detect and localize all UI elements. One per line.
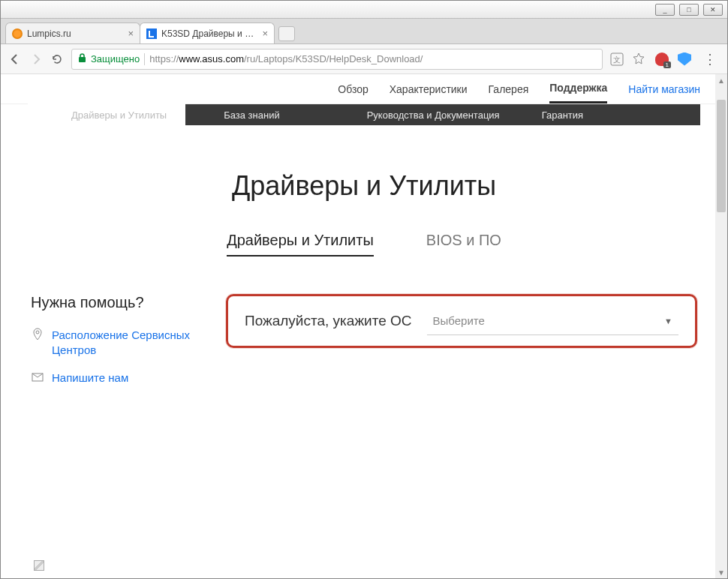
nav-gallery[interactable]: Галерея (489, 76, 529, 103)
ghostery-icon[interactable] (655, 52, 669, 66)
scroll-up-arrow-icon[interactable]: ▲ (715, 74, 727, 86)
subnav-drivers[interactable]: Драйверы и Утилиты (58, 110, 180, 121)
page-scrollbar[interactable]: ▲ ▼ (715, 74, 727, 578)
back-button[interactable] (8, 52, 22, 66)
extension-icons: 文 ⋮ (610, 51, 720, 68)
help-title: Нужна помощь? (31, 294, 211, 311)
url-field[interactable]: Защищено https://www.asus.com/ru/Laptops… (71, 49, 603, 70)
shield-icon[interactable] (678, 52, 691, 66)
translate-icon[interactable]: 文 (610, 52, 624, 66)
tab-close-icon[interactable]: × (262, 28, 268, 39)
help-link-label: Расположение Сервисных Центров (52, 328, 211, 357)
divider (144, 53, 145, 65)
tab-close-icon[interactable]: × (128, 28, 134, 39)
pin-icon (31, 328, 44, 341)
section-tabs: Драйверы и Утилиты BIOS и ПО (1, 232, 727, 256)
tab-title: Lumpics.ru (27, 28, 125, 39)
favicon-asus-icon (146, 28, 157, 39)
help-sidebar: Нужна помощь? Расположение Сервисных Цен… (31, 294, 211, 399)
browser-tab-lumpics[interactable]: Lumpics.ru × (5, 22, 140, 44)
help-link-service-centers[interactable]: Расположение Сервисных Центров (31, 328, 211, 357)
nav-support[interactable]: Поддержка (549, 74, 607, 104)
chevron-down-icon: ▼ (664, 316, 672, 326)
nav-specs[interactable]: Характеристики (390, 76, 468, 103)
window-titlebar: _ □ ✕ (1, 1, 727, 19)
os-prompt-label: Пожалуйста, укажите ОС (245, 313, 412, 329)
help-link-label: Напишите нам (52, 370, 128, 386)
bookmark-star-icon[interactable] (633, 52, 646, 66)
browser-tabstrip: Lumpics.ru × K53SD Драйверы и Утил × (1, 19, 727, 44)
svg-point-3 (36, 331, 39, 334)
tab-title: K53SD Драйверы и Утил (161, 28, 259, 39)
browser-addressbar: Защищено https://www.asus.com/ru/Laptops… (1, 44, 727, 74)
nav-overview[interactable]: Обзор (338, 76, 368, 103)
scroll-down-arrow-icon[interactable]: ▼ (715, 566, 727, 578)
page-content: Обзор Характеристики Галерея Поддержка Н… (1, 74, 727, 578)
site-top-nav: Обзор Характеристики Галерея Поддержка Н… (1, 74, 727, 104)
content-row: Нужна помощь? Расположение Сервисных Цен… (1, 294, 727, 399)
browser-menu-button[interactable]: ⋮ (700, 51, 720, 68)
forward-button[interactable] (29, 52, 43, 66)
tab-drivers-utilities[interactable]: Драйверы и Утилиты (227, 232, 374, 256)
subnav-warranty[interactable]: Гарантия (528, 110, 597, 121)
favicon-lumpics-icon (12, 28, 23, 39)
new-tab-button[interactable] (278, 26, 295, 41)
url-text: https://www.asus.com/ru/Laptops/K53SD/He… (149, 53, 423, 64)
secure-label: Защищено (91, 53, 140, 64)
os-select-dropdown[interactable]: Выберите ▼ (427, 307, 678, 335)
os-selector-box: Пожалуйста, укажите ОС Выберите ▼ (226, 294, 697, 348)
window-minimize-button[interactable]: _ (655, 4, 675, 16)
reload-button[interactable] (50, 52, 64, 66)
subnav-manuals[interactable]: Руководства и Документация (353, 110, 513, 121)
lock-icon (78, 53, 86, 65)
help-link-contact[interactable]: Напишите нам (31, 370, 211, 386)
browser-window: _ □ ✕ Lumpics.ru × K53SD Драйверы и Утил… (0, 0, 728, 579)
nav-find-store[interactable]: Найти магазин (628, 76, 700, 103)
window-close-button[interactable]: ✕ (703, 4, 723, 16)
os-select-placeholder: Выберите (433, 314, 485, 327)
tab-bios-software[interactable]: BIOS и ПО (426, 232, 501, 256)
svg-text:文: 文 (613, 56, 621, 64)
broken-image-icon (34, 560, 44, 571)
browser-tab-asus[interactable]: K53SD Драйверы и Утил × (140, 22, 275, 44)
mail-icon (31, 370, 44, 384)
support-subnav: Драйверы и Утилиты База знаний Руководст… (28, 104, 700, 125)
subnav-kb[interactable]: База знаний (210, 110, 293, 121)
page-headline: Драйверы и Утилиты (1, 170, 727, 202)
window-maximize-button[interactable]: □ (679, 4, 699, 16)
svg-rect-0 (79, 57, 86, 62)
scrollbar-thumb[interactable] (717, 100, 726, 212)
